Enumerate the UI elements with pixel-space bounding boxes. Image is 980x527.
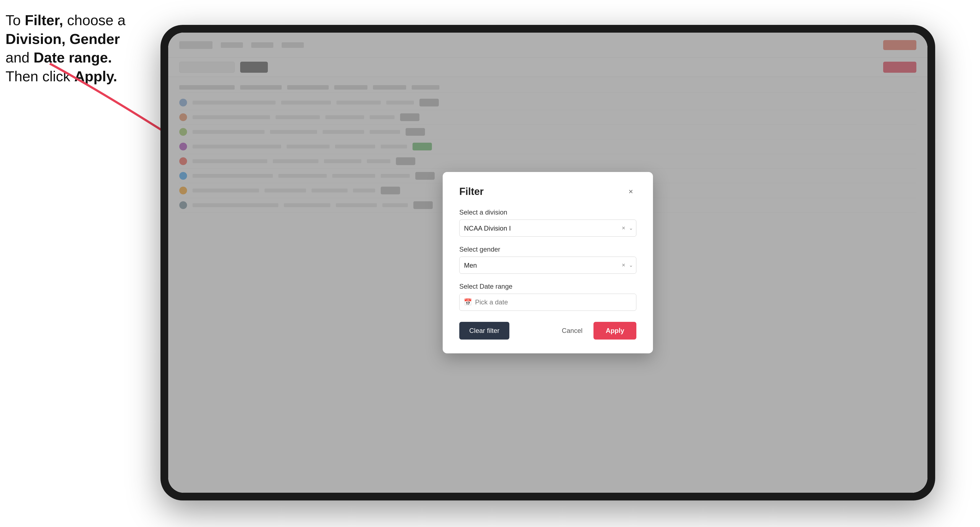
gender-form-group: Select gender Men × ⌄ bbox=[459, 246, 636, 274]
division-select-wrapper: NCAA Division I × ⌄ bbox=[459, 219, 636, 237]
gender-label: Select gender bbox=[459, 246, 636, 253]
instruction-text: To Filter, choose a Division, Gender and… bbox=[6, 11, 166, 86]
calendar-icon: 📅 bbox=[464, 298, 472, 306]
modal-header: Filter × bbox=[459, 186, 636, 197]
gender-clear-button[interactable]: × bbox=[620, 261, 627, 269]
modal-close-button[interactable]: × bbox=[625, 186, 636, 197]
modal-overlay: Filter × Select a division NCAA Division… bbox=[168, 33, 928, 493]
instruction-line1: To Filter, choose a bbox=[6, 12, 126, 28]
instruction-bold-line: Division, Gender bbox=[6, 31, 120, 47]
modal-title: Filter bbox=[459, 186, 484, 197]
gender-select[interactable]: Men bbox=[459, 257, 636, 274]
date-label: Select Date range bbox=[459, 283, 636, 290]
filter-modal: Filter × Select a division NCAA Division… bbox=[443, 172, 653, 353]
modal-footer-right: Cancel Apply bbox=[557, 322, 636, 340]
tablet-frame: Filter × Select a division NCAA Division… bbox=[161, 25, 935, 500]
date-form-group: Select Date range 📅 bbox=[459, 283, 636, 311]
apply-button[interactable]: Apply bbox=[593, 322, 636, 340]
date-input-wrapper: 📅 bbox=[459, 294, 636, 311]
tablet-screen: Filter × Select a division NCAA Division… bbox=[168, 33, 928, 493]
instruction-line4: Then click Apply. bbox=[6, 68, 117, 84]
modal-footer: Clear filter Cancel Apply bbox=[459, 322, 636, 340]
division-clear-button[interactable]: × bbox=[620, 224, 627, 232]
division-label: Select a division bbox=[459, 208, 636, 216]
division-select[interactable]: NCAA Division I bbox=[459, 219, 636, 237]
cancel-button[interactable]: Cancel bbox=[557, 322, 588, 340]
gender-select-wrapper: Men × ⌄ bbox=[459, 257, 636, 274]
date-range-input[interactable] bbox=[459, 294, 636, 311]
instruction-line3: and Date range. bbox=[6, 49, 112, 65]
division-form-group: Select a division NCAA Division I × ⌄ bbox=[459, 208, 636, 237]
clear-filter-button[interactable]: Clear filter bbox=[459, 322, 509, 340]
